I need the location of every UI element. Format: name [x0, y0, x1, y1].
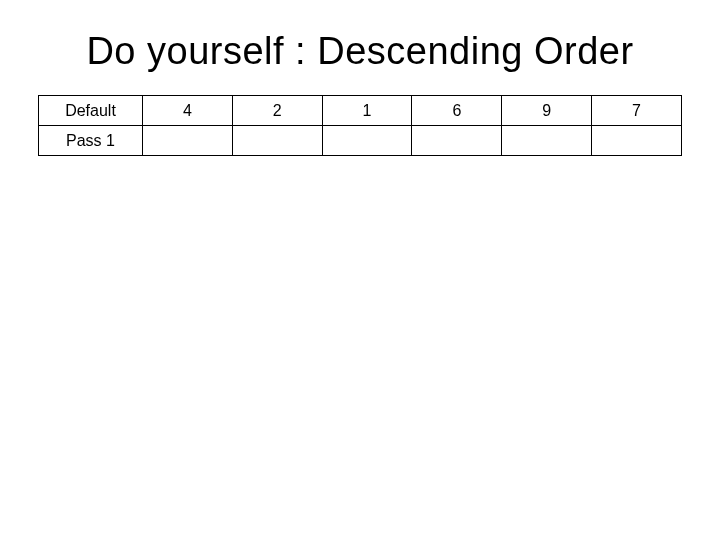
cell — [592, 126, 682, 156]
cell: 9 — [502, 96, 592, 126]
cell — [232, 126, 322, 156]
slide: Do yourself : Descending Order Default 4… — [0, 0, 720, 540]
slide-title: Do yourself : Descending Order — [38, 30, 682, 73]
row-label: Pass 1 — [39, 126, 143, 156]
row-label: Default — [39, 96, 143, 126]
cell — [502, 126, 592, 156]
table-row: Pass 1 — [39, 126, 682, 156]
cell: 6 — [412, 96, 502, 126]
table-row: Default 4 2 1 6 9 7 — [39, 96, 682, 126]
cell — [412, 126, 502, 156]
cell: 7 — [592, 96, 682, 126]
cell: 4 — [143, 96, 233, 126]
cell — [143, 126, 233, 156]
cell: 1 — [322, 96, 412, 126]
cell — [322, 126, 412, 156]
sort-table: Default 4 2 1 6 9 7 Pass 1 — [38, 95, 682, 156]
cell: 2 — [232, 96, 322, 126]
